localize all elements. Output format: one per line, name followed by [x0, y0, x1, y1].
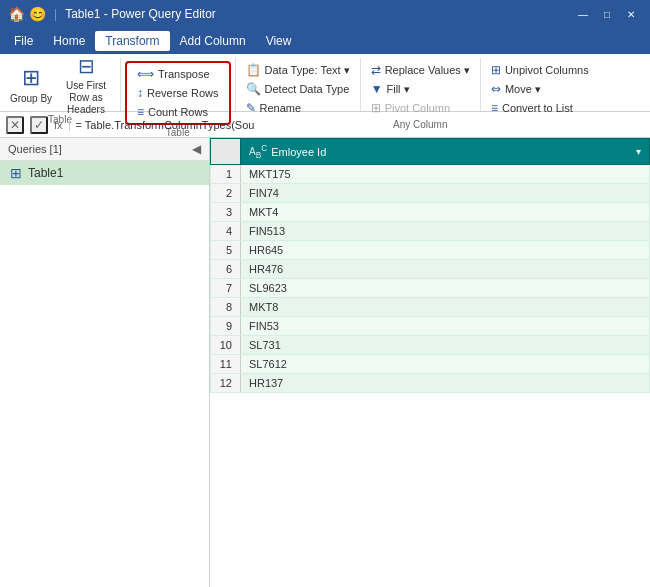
- ribbon-group-content-table: ⊞ Group By ⊟ Use First Row as Headers: [6, 58, 114, 112]
- row-number: 10: [211, 336, 241, 355]
- move-icon: ⇔: [491, 82, 501, 96]
- ribbon-group-data-type: 📋 Data Type: Text ▾ 🔍 Detect Data Type ✎…: [236, 58, 361, 111]
- reverse-rows-icon: ↕: [137, 86, 143, 100]
- menu-add-column[interactable]: Add Column: [170, 31, 256, 51]
- title-bar-icons: 🏠 😊: [8, 6, 46, 22]
- unpivot-icon: ⊞: [491, 63, 501, 77]
- count-rows-icon: ≡: [137, 105, 144, 119]
- replace-content: ⇄ Replace Values ▾ ▼ Fill ▾ ⊞ Pivot Colu…: [365, 61, 476, 117]
- unpivot-content: ⊞ Unpivot Columns ⇔ Move ▾ ≡ Convert to …: [485, 61, 595, 117]
- employee-id-cell: SL9623: [241, 279, 650, 298]
- employee-id-cell: FIN53: [241, 317, 650, 336]
- convert-to-list-button[interactable]: ≡ Convert to List: [485, 99, 595, 117]
- employee-id-cell: FIN513: [241, 222, 650, 241]
- table-row: 11 SL7612: [211, 355, 650, 374]
- data-type-icon: 📋: [246, 63, 261, 77]
- data-table: ABC Emloyee Id ▾ 1 MKT175 2 FIN74 3 MKT4…: [210, 138, 650, 393]
- row-num-header: [211, 139, 241, 165]
- employee-id-cell: HR137: [241, 374, 650, 393]
- main-area: Queries [1] ◀ ⊞ Table1 ABC Emloyee Id ▾: [0, 138, 650, 587]
- reverse-rows-button[interactable]: ↕ Reverse Rows: [131, 84, 225, 102]
- menu-view[interactable]: View: [256, 31, 302, 51]
- close-button[interactable]: ✕: [620, 6, 642, 22]
- title-separator: |: [54, 7, 57, 21]
- replace-values-icon: ⇄: [371, 63, 381, 77]
- pivot-icon: ⊞: [371, 101, 381, 115]
- sidebar-header: Queries [1] ◀: [0, 138, 209, 161]
- sidebar-item-table1[interactable]: ⊞ Table1: [0, 161, 209, 185]
- emoji-icon: 😊: [29, 6, 46, 22]
- employee-id-header[interactable]: ABC Emloyee Id ▾: [241, 139, 650, 165]
- table-row: 12 HR137: [211, 374, 650, 393]
- group-by-icon: ⊞: [22, 65, 40, 91]
- data-area[interactable]: ABC Emloyee Id ▾ 1 MKT175 2 FIN74 3 MKT4…: [210, 138, 650, 587]
- employee-id-cell: FIN74: [241, 184, 650, 203]
- move-button[interactable]: ⇔ Move ▾: [485, 80, 595, 98]
- function-label: fx: [54, 119, 70, 131]
- table-row: 3 MKT4: [211, 203, 650, 222]
- fill-button[interactable]: ▼ Fill ▾: [365, 80, 476, 98]
- row-number: 9: [211, 317, 241, 336]
- row-number: 4: [211, 222, 241, 241]
- formula-text: = Table.TransformColumnTypes(Sou: [76, 119, 644, 131]
- window-controls: — □ ✕: [572, 6, 642, 22]
- data-type-button[interactable]: 📋 Data Type: Text ▾: [240, 61, 356, 79]
- unpivot-columns-button[interactable]: ⊞ Unpivot Columns: [485, 61, 595, 79]
- employee-id-cell: SL7612: [241, 355, 650, 374]
- table-row: 1 MKT175: [211, 165, 650, 184]
- use-first-row-button[interactable]: ⊟ Use First Row as Headers: [58, 58, 114, 112]
- col-header-label: Emloyee Id: [271, 146, 326, 158]
- detect-data-type-button[interactable]: 🔍 Detect Data Type: [240, 80, 356, 98]
- sidebar: Queries [1] ◀ ⊞ Table1: [0, 138, 210, 587]
- menu-file[interactable]: File: [4, 31, 43, 51]
- table-row: 7 SL9623: [211, 279, 650, 298]
- table1-icon: ⊞: [10, 165, 22, 181]
- table-row: 10 SL731: [211, 336, 650, 355]
- ribbon-group-unpivot: ⊞ Unpivot Columns ⇔ Move ▾ ≡ Convert to …: [481, 58, 599, 111]
- menu-bar: File Home Transform Add Column View: [0, 28, 650, 54]
- rename-button[interactable]: ✎ Rename: [240, 99, 356, 117]
- table-row: 4 FIN513: [211, 222, 650, 241]
- row-number: 1: [211, 165, 241, 184]
- table-row: 6 HR476: [211, 260, 650, 279]
- row-number: 8: [211, 298, 241, 317]
- window-title: Table1 - Power Query Editor: [65, 7, 216, 21]
- convert-icon: ≡: [491, 101, 498, 115]
- title-bar: 🏠 😊 | Table1 - Power Query Editor — □ ✕: [0, 0, 650, 28]
- row-number: 7: [211, 279, 241, 298]
- replace-values-button[interactable]: ⇄ Replace Values ▾: [365, 61, 476, 79]
- ribbon-group-replace: ⇄ Replace Values ▾ ▼ Fill ▾ ⊞ Pivot Colu…: [361, 58, 481, 111]
- table-row: 8 MKT8: [211, 298, 650, 317]
- formula-confirm-button[interactable]: ✓: [30, 116, 48, 134]
- row-number: 11: [211, 355, 241, 374]
- ribbon-group-table-left: ⊞ Group By ⊟ Use First Row as Headers Ta…: [0, 58, 121, 111]
- employee-id-cell: HR645: [241, 241, 650, 260]
- ribbon-group-transform: ⟺ Transpose ↕ Reverse Rows ≡ Count Rows …: [121, 58, 236, 111]
- row-number: 5: [211, 241, 241, 260]
- group-by-button[interactable]: ⊞ Group By: [6, 58, 56, 112]
- sidebar-collapse-button[interactable]: ◀: [192, 142, 201, 156]
- ribbon: ⊞ Group By ⊟ Use First Row as Headers Ta…: [0, 54, 650, 112]
- maximize-button[interactable]: □: [596, 6, 618, 22]
- employee-id-cell: HR476: [241, 260, 650, 279]
- home-icon: 🏠: [8, 6, 25, 22]
- formula-cancel-button[interactable]: ✕: [6, 116, 24, 134]
- pivot-column-button[interactable]: ⊞ Pivot Column: [365, 99, 476, 117]
- sidebar-title: Queries [1]: [8, 143, 62, 155]
- transform-border-box: ⟺ Transpose ↕ Reverse Rows ≡ Count Rows: [125, 61, 231, 125]
- detect-icon: 🔍: [246, 82, 261, 96]
- table-row: 9 FIN53: [211, 317, 650, 336]
- transpose-button[interactable]: ⟺ Transpose: [131, 65, 225, 83]
- col-type-icon: ABC: [249, 143, 267, 160]
- table-row: 2 FIN74: [211, 184, 650, 203]
- minimize-button[interactable]: —: [572, 6, 594, 22]
- menu-transform[interactable]: Transform: [95, 31, 169, 51]
- row-number: 3: [211, 203, 241, 222]
- row-number: 2: [211, 184, 241, 203]
- employee-id-cell: MKT8: [241, 298, 650, 317]
- menu-home[interactable]: Home: [43, 31, 95, 51]
- row-number: 6: [211, 260, 241, 279]
- employee-id-cell: SL731: [241, 336, 650, 355]
- col-menu-button[interactable]: ▾: [636, 146, 641, 157]
- employee-id-cell: MKT175: [241, 165, 650, 184]
